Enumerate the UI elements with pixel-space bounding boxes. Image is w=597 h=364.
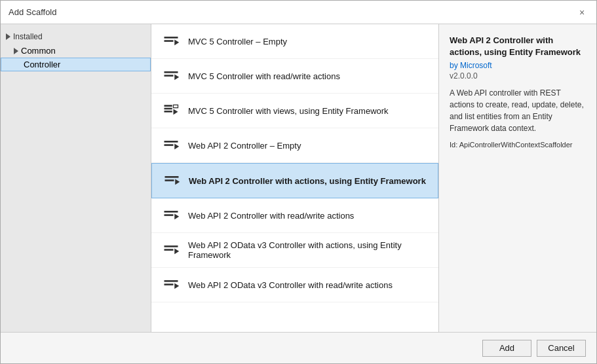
scaffold-item-2[interactable]: MVC 5 Controller with views, using Entit… xyxy=(151,94,438,128)
svg-marker-13 xyxy=(174,143,179,149)
title-bar: Add Scaffold × xyxy=(1,1,596,24)
controller-icon-3 xyxy=(161,135,182,156)
scaffold-item-label-2: MVC 5 Controller with views, using Entit… xyxy=(188,106,389,116)
svg-rect-7 xyxy=(164,108,172,110)
svg-rect-18 xyxy=(164,214,174,216)
svg-rect-4 xyxy=(164,75,174,77)
svg-rect-23 xyxy=(164,280,178,282)
scaffold-item-label-1: MVC 5 Controller with read/write actions xyxy=(188,71,340,81)
add-button[interactable]: Add xyxy=(482,340,531,357)
middle-panel: MVC 5 Controller – Empty MVC 5 Controlle… xyxy=(151,24,439,332)
controller-icon-4 xyxy=(161,170,182,191)
svg-rect-10 xyxy=(174,105,178,107)
svg-marker-9 xyxy=(174,109,178,115)
detail-id: Id: ApiControllerWithContextScaffolder xyxy=(450,141,586,149)
common-expand-icon xyxy=(14,48,18,54)
svg-marker-2 xyxy=(174,39,179,45)
scaffold-item-label-3: Web API 2 Controller – Empty xyxy=(188,141,301,151)
scaffold-item-1[interactable]: MVC 5 Controller with read/write actions xyxy=(151,59,438,94)
content-area: Installed Common Controller xyxy=(1,24,596,332)
right-panel: Web API 2 Controller with actions, using… xyxy=(439,24,596,332)
detail-author: by Microsoft xyxy=(450,61,586,70)
scaffold-item-7[interactable]: Web API 2 OData v3 Controller with read/… xyxy=(151,268,438,302)
scaffold-item-6[interactable]: Web API 2 OData v3 Controller with actio… xyxy=(151,233,438,268)
controller-icon-1 xyxy=(161,65,182,86)
scaffold-item-label-7: Web API 2 OData v3 Controller with read/… xyxy=(188,280,393,290)
svg-marker-25 xyxy=(174,283,179,289)
scaffold-item-label-5: Web API 2 Controller with read/write act… xyxy=(188,211,354,221)
sidebar-item-controller[interactable]: Controller xyxy=(1,58,151,71)
detail-title: Web API 2 Controller with actions, using… xyxy=(450,35,586,58)
svg-rect-8 xyxy=(164,111,172,113)
svg-rect-1 xyxy=(164,40,174,42)
controller-icon-0 xyxy=(161,31,182,52)
svg-rect-14 xyxy=(165,176,179,178)
cancel-button[interactable]: Cancel xyxy=(537,340,586,357)
svg-rect-17 xyxy=(164,211,178,213)
controller-icon-7 xyxy=(161,274,182,295)
scaffold-item-label-4: Web API 2 Controller with actions, using… xyxy=(189,176,426,186)
svg-marker-19 xyxy=(174,213,179,219)
add-scaffold-dialog: Add Scaffold × Installed Common Controll… xyxy=(0,0,597,364)
scaffold-item-label-0: MVC 5 Controller – Empty xyxy=(188,37,287,46)
detail-version: v2.0.0.0 xyxy=(450,71,586,81)
controller-icon-6 xyxy=(161,240,182,261)
left-panel: Installed Common Controller xyxy=(1,24,151,332)
svg-marker-16 xyxy=(175,179,180,185)
detail-description: A Web API controller with REST actions t… xyxy=(450,87,586,134)
footer: Add Cancel xyxy=(1,332,596,363)
svg-rect-15 xyxy=(165,179,174,181)
svg-rect-12 xyxy=(164,144,174,146)
installed-section-header: Installed xyxy=(1,29,151,44)
svg-marker-22 xyxy=(174,248,179,254)
sidebar-item-common[interactable]: Common xyxy=(1,44,151,58)
svg-rect-6 xyxy=(164,105,172,107)
controller-label: Controller xyxy=(24,60,60,69)
scaffold-item-3[interactable]: Web API 2 Controller – Empty xyxy=(151,128,438,163)
scaffold-item-4[interactable]: Web API 2 Controller with actions, using… xyxy=(151,163,438,198)
close-button[interactable]: × xyxy=(575,6,588,19)
expand-icon xyxy=(6,33,10,40)
svg-marker-5 xyxy=(174,74,179,80)
controller-icon-5 xyxy=(161,205,182,226)
svg-rect-0 xyxy=(164,37,178,39)
svg-rect-21 xyxy=(164,249,174,251)
svg-rect-3 xyxy=(164,71,178,73)
svg-rect-20 xyxy=(164,246,178,247)
scaffold-item-0[interactable]: MVC 5 Controller – Empty xyxy=(151,24,438,59)
controller-icon-2 xyxy=(161,100,182,121)
installed-label: Installed xyxy=(13,32,43,41)
scaffold-item-label-6: Web API 2 OData v3 Controller with actio… xyxy=(188,240,429,260)
dialog-title: Add Scaffold xyxy=(9,7,56,17)
svg-rect-11 xyxy=(164,141,178,143)
common-label: Common xyxy=(21,46,56,56)
svg-rect-24 xyxy=(164,283,174,285)
scaffold-item-5[interactable]: Web API 2 Controller with read/write act… xyxy=(151,198,438,233)
